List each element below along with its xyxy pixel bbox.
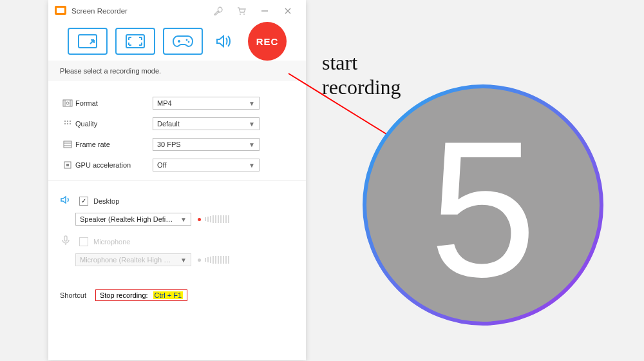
shortcut-row: Shortcut Stop recording: Ctrl + F1 [48, 280, 306, 307]
gpu-icon [60, 160, 75, 170]
title-bar: Screen Recorder [48, 0, 306, 22]
desktop-label: Desktop [93, 197, 119, 205]
minimize-button[interactable] [253, 0, 276, 22]
gpu-label: GPU acceleration [75, 161, 153, 169]
desktop-device-row: Speaker (Realtek High Defi… ▼ [60, 213, 294, 226]
svg-rect-26 [64, 236, 67, 241]
svg-rect-21 [64, 141, 71, 148]
cart-icon[interactable] [230, 0, 253, 22]
setting-quality: Quality Default ▼ [60, 117, 294, 130]
svg-point-14 [66, 102, 69, 104]
svg-point-17 [70, 121, 71, 122]
app-window: Screen Recorder REC Please select a reco… [48, 0, 306, 360]
speaker-icon [60, 194, 71, 208]
shortcut-action: Stop recording: [100, 291, 148, 299]
svg-point-9 [186, 39, 188, 41]
annotation-line1: start [322, 50, 401, 75]
mic-label: Microphone [93, 238, 130, 246]
gpu-select[interactable]: Off ▼ [153, 159, 260, 171]
countdown-overlay: 5 [361, 83, 605, 327]
quality-label: Quality [75, 120, 153, 128]
svg-point-19 [67, 123, 68, 124]
hint-text: Please select a recording mode. [48, 61, 306, 81]
mic-audio-row: Microphone [60, 235, 294, 248]
frame-rate-label: Frame rate [75, 141, 153, 148]
mode-region-icon[interactable] [68, 28, 108, 55]
desktop-device-value: Speaker (Realtek High Defi… [80, 215, 173, 223]
chevron-down-icon: ▼ [249, 141, 255, 148]
app-logo-icon [55, 6, 66, 17]
chevron-down-icon: ▼ [249, 121, 255, 128]
svg-rect-1 [57, 8, 64, 13]
desktop-checkbox[interactable]: ✓ [79, 197, 88, 206]
quality-select[interactable]: Default ▼ [153, 117, 260, 130]
chevron-down-icon: ▼ [180, 216, 187, 223]
svg-point-10 [188, 41, 190, 43]
chevron-down-icon: ▼ [249, 100, 255, 107]
quality-value: Default [157, 120, 180, 128]
chevron-down-icon: ▼ [249, 162, 255, 169]
svg-point-2 [240, 14, 241, 15]
app-title: Screen Recorder [71, 7, 128, 15]
svg-point-16 [67, 121, 68, 122]
mode-toolbar: REC [48, 22, 306, 61]
frame-rate-value: 30 FPS [157, 141, 181, 148]
shortcut-keys: Ctrl + F1 [153, 291, 183, 299]
svg-point-15 [64, 121, 66, 122]
shortcut-label: Shortcut [60, 291, 86, 299]
chevron-down-icon: ▼ [180, 257, 187, 264]
svg-rect-25 [66, 164, 69, 166]
svg-point-18 [64, 123, 66, 124]
desktop-audio-row: ✓ Desktop [60, 194, 294, 208]
setting-gpu: GPU acceleration Off ▼ [60, 159, 294, 171]
svg-point-20 [70, 123, 71, 124]
mic-checkbox[interactable] [79, 237, 88, 246]
settings-panel: Format MP4 ▼ Quality Default ▼ Frame rat… [48, 81, 306, 181]
frame-rate-icon [60, 139, 75, 150]
format-value: MP4 [157, 99, 172, 107]
svg-point-3 [243, 14, 245, 15]
countdown-number: 5 [430, 101, 537, 317]
format-select[interactable]: MP4 ▼ [153, 97, 260, 110]
setting-frame-rate: Frame rate 30 FPS ▼ [60, 138, 294, 151]
audio-panel: ✓ Desktop Speaker (Realtek High Defi… ▼ … [48, 181, 306, 280]
setting-format: Format MP4 ▼ [60, 97, 294, 110]
key-icon[interactable] [207, 0, 230, 22]
mode-audio-icon[interactable] [211, 28, 236, 55]
desktop-meter [198, 215, 256, 223]
shortcut-box: Stop recording: Ctrl + F1 [95, 289, 187, 301]
format-label: Format [75, 99, 153, 107]
microphone-icon [60, 235, 71, 248]
svg-rect-11 [63, 100, 72, 106]
mic-device-value: Microphone (Realtek High … [80, 256, 171, 264]
record-button-label: REC [256, 36, 279, 47]
quality-icon [60, 119, 75, 129]
frame-rate-select[interactable]: 30 FPS ▼ [153, 138, 260, 151]
close-button[interactable] [276, 0, 299, 22]
mic-device-select[interactable]: Microphone (Realtek High … ▼ [75, 253, 191, 266]
mic-meter [198, 256, 256, 264]
gpu-value: Off [157, 161, 166, 169]
record-button[interactable]: REC [248, 22, 287, 61]
mode-game-icon[interactable] [163, 28, 203, 55]
mode-fullscreen-icon[interactable] [115, 28, 155, 55]
mic-device-row: Microphone (Realtek High … ▼ [60, 253, 294, 266]
desktop-device-select[interactable]: Speaker (Realtek High Defi… ▼ [75, 213, 191, 226]
format-icon [60, 98, 75, 108]
